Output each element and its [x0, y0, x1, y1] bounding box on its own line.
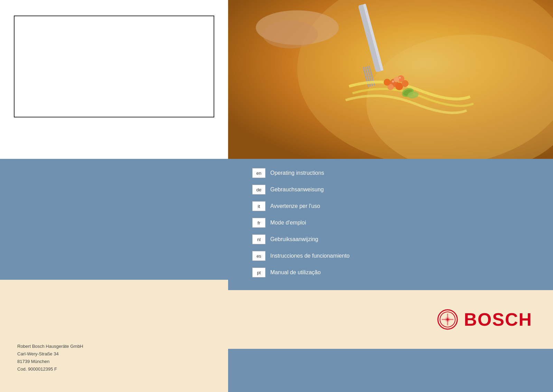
svg-point-15	[384, 79, 391, 86]
svg-point-29	[447, 318, 449, 321]
lang-code-en: en	[252, 168, 265, 178]
lang-label-en: Operating instructions	[270, 170, 324, 176]
svg-point-17	[399, 77, 401, 79]
lang-label-it: Avvertenze per l'uso	[270, 203, 320, 209]
language-list-section: enOperating instructionsdeGebrauchsanwei…	[228, 159, 553, 290]
bosch-logo: BOSCH	[437, 309, 532, 330]
product-code: Cod. 9000012395 F	[17, 365, 83, 373]
lang-code-fr: fr	[252, 218, 265, 228]
bottom-blue-strip	[228, 349, 553, 392]
bosch-ring-icon	[437, 309, 458, 330]
company-street: Carl-Wery-Straße 34	[17, 350, 83, 358]
lang-code-nl: nl	[252, 235, 265, 244]
footer-company-info: Robert Bosch Hausgeräte GmbH Carl-Wery-S…	[17, 343, 83, 373]
company-name: Robert Bosch Hausgeräte GmbH	[17, 343, 83, 350]
food-image-area	[228, 0, 553, 159]
lang-label-es: Instrucciones de funcionamiento	[270, 253, 349, 259]
language-item-pt: ptManual de utilização	[252, 266, 553, 279]
svg-point-16	[392, 80, 394, 83]
left-blue-area	[0, 159, 228, 280]
bosch-brand-name: BOSCH	[464, 309, 532, 330]
svg-point-22	[263, 21, 318, 48]
left-white-area	[0, 0, 228, 159]
language-item-en: enOperating instructions	[252, 166, 553, 180]
language-item-fr: frMode d'emploi	[252, 216, 553, 229]
svg-point-13	[402, 80, 409, 87]
language-item-nl: nlGebruiksaanwijzing	[252, 233, 553, 246]
content-rectangle	[14, 16, 214, 117]
lang-label-de: Gebrauchsanweisung	[270, 187, 324, 193]
left-column	[0, 0, 228, 280]
language-item-de: deGebrauchsanweisung	[252, 183, 553, 196]
food-illustration	[228, 0, 553, 159]
lang-code-de: de	[252, 185, 265, 194]
bosch-logo-section: BOSCH	[228, 290, 553, 349]
lang-label-nl: Gebruiksaanwijzing	[270, 236, 318, 242]
language-item-it: itAvvertenze per l'uso	[252, 200, 553, 213]
lang-label-pt: Manual de utilização	[270, 269, 321, 276]
svg-point-14	[394, 77, 399, 82]
right-column: enOperating instructionsdeGebrauchsanwei…	[228, 0, 553, 349]
lang-code-pt: pt	[252, 268, 265, 277]
language-item-es: esInstrucciones de funcionamiento	[252, 249, 553, 262]
lang-label-fr: Mode d'emploi	[270, 220, 306, 226]
company-city: 81739 München	[17, 358, 83, 365]
lang-code-it: it	[252, 201, 265, 211]
lang-code-es: es	[252, 251, 265, 261]
